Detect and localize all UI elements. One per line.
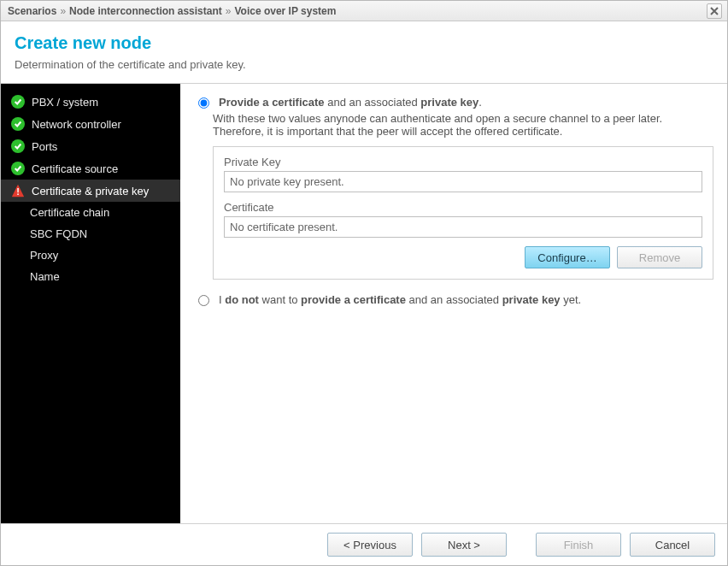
titlebar: Scenarios » Node interconnection assista…	[1, 1, 727, 21]
option-provide-certificate[interactable]: Provide a certificate and an associated …	[194, 96, 713, 109]
checkmark-icon	[11, 162, 25, 175]
page-subtitle: Determination of the certificate and pri…	[15, 58, 713, 71]
checkmark-icon	[11, 95, 25, 109]
breadcrumb-1[interactable]: Scenarios	[8, 5, 56, 17]
certificate-field[interactable]: No certificate present.	[224, 216, 702, 238]
option-no-certificate[interactable]: I do not want to provide a certificate a…	[194, 293, 713, 306]
sidebar-item-pbx-system[interactable]: PBX / system	[1, 91, 180, 113]
opt1-after: .	[478, 96, 482, 109]
breadcrumb-3[interactable]: Voice over IP system	[234, 5, 336, 17]
close-icon	[710, 7, 719, 15]
sidebar-item-label: Ports	[32, 140, 57, 153]
option-provide-certificate-body: With these two values anynode can authen…	[213, 112, 713, 280]
breadcrumb-sep-2: »	[226, 5, 232, 17]
wizard-sidebar: PBX / system Network controller Ports Ce…	[1, 84, 180, 523]
opt1-lead: Provide a certificate	[219, 96, 325, 109]
dialog-window: Scenarios » Node interconnection assista…	[0, 0, 728, 566]
sidebar-item-name[interactable]: Name	[1, 266, 180, 287]
sidebar-item-label: Network controller	[32, 118, 121, 131]
opt1-mid: and an associated	[325, 96, 421, 109]
opt2-bold3: private key	[502, 293, 561, 306]
finish-button: Finish	[536, 533, 621, 557]
wizard-content: Provide a certificate and an associated …	[180, 84, 727, 523]
configure-button[interactable]: Configure…	[525, 246, 610, 268]
certificate-label: Certificate	[224, 201, 702, 214]
sidebar-item-label: Proxy	[30, 249, 58, 262]
previous-button[interactable]: < Previous	[327, 533, 413, 557]
opt1-tail: private key	[420, 96, 478, 109]
sidebar-item-label: PBX / system	[32, 96, 98, 109]
option-provide-certificate-desc: With these two values anynode can authen…	[213, 112, 713, 138]
sidebar-item-certificate-private-key[interactable]: ! Certificate & private key	[1, 180, 180, 202]
breadcrumb-sep-1: »	[60, 5, 66, 17]
dialog-header: Create new node Determination of the cer…	[1, 21, 727, 84]
sidebar-item-label: Certificate source	[32, 162, 118, 175]
dialog-footer: < Previous Next > Finish Cancel	[1, 524, 727, 565]
next-button[interactable]: Next >	[421, 533, 507, 557]
opt2-bold2: provide a certificate	[301, 293, 406, 306]
warning-icon: !	[11, 184, 25, 198]
dialog-body: PBX / system Network controller Ports Ce…	[1, 84, 727, 524]
cancel-button[interactable]: Cancel	[630, 533, 715, 557]
remove-button: Remove	[617, 246, 702, 268]
sidebar-item-label: Certificate & private key	[32, 185, 149, 198]
page-title: Create new node	[15, 33, 713, 53]
sidebar-item-certificate-source[interactable]: Certificate source	[1, 157, 180, 180]
private-key-label: Private Key	[224, 156, 702, 168]
sidebar-item-label: Name	[30, 270, 60, 283]
radio-provide-certificate[interactable]	[198, 97, 209, 109]
opt2-after: yet.	[561, 293, 582, 306]
sidebar-item-network-controller[interactable]: Network controller	[1, 113, 180, 135]
opt2-bold1: do not	[225, 293, 259, 306]
sidebar-item-sbc-fqdn[interactable]: SBC FQDN	[1, 223, 180, 245]
sidebar-item-proxy[interactable]: Proxy	[1, 245, 180, 266]
sidebar-item-ports[interactable]: Ports	[1, 135, 180, 157]
radio-no-certificate[interactable]	[198, 295, 209, 306]
sidebar-item-label: Certificate chain	[30, 206, 109, 219]
option-provide-certificate-label[interactable]: Provide a certificate and an associated …	[219, 96, 482, 109]
breadcrumb-2[interactable]: Node interconnection assistant	[69, 5, 222, 17]
checkmark-icon	[11, 117, 25, 131]
option-no-certificate-label[interactable]: I do not want to provide a certificate a…	[219, 293, 581, 306]
private-key-field[interactable]: No private key present.	[224, 171, 702, 192]
certificate-group-buttons: Configure… Remove	[224, 246, 702, 268]
sidebar-item-certificate-chain[interactable]: Certificate chain	[1, 202, 180, 223]
opt2-mid2: and an associated	[406, 293, 502, 306]
close-button[interactable]	[707, 3, 722, 19]
certificate-group: Private Key No private key present. Cert…	[213, 146, 713, 280]
sidebar-item-label: SBC FQDN	[30, 227, 87, 240]
opt2-mid1: want to	[259, 293, 301, 306]
checkmark-icon	[11, 139, 25, 153]
